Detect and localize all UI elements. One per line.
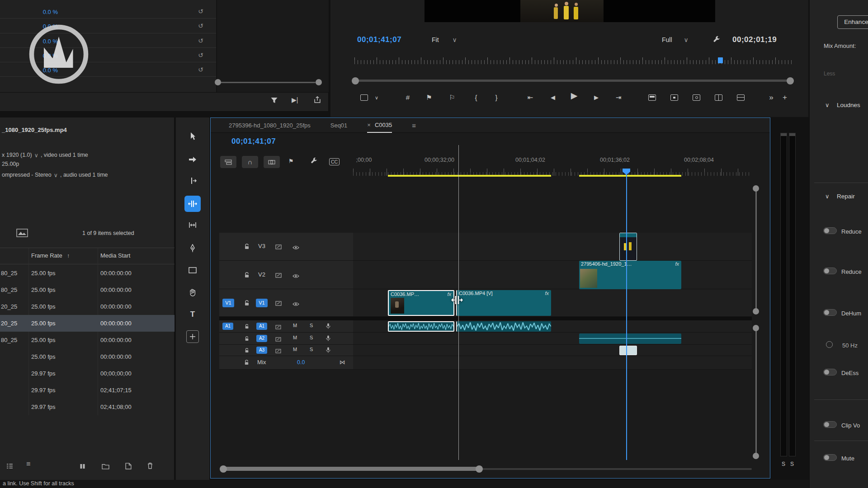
- tab-sequence-1[interactable]: 2795396-hd_1080_1920_25fps: [229, 122, 311, 129]
- comparison-view-button[interactable]: [715, 94, 722, 101]
- voiceover-mic-icon[interactable]: [326, 335, 330, 343]
- snap-magnet-toggle[interactable]: ∩: [242, 156, 258, 168]
- table-row[interactable]: 29.97 fps00;00;00;00: [0, 365, 175, 382]
- tab-sequence-active[interactable]: × C0035: [367, 118, 392, 133]
- monitor-scrollbar-handle[interactable]: [787, 77, 794, 84]
- scrollbar-handle[interactable]: [753, 325, 759, 331]
- zoom-level-select[interactable]: Fit ∨: [432, 36, 457, 43]
- table-row[interactable]: 25.00 fps00:00:00:00: [0, 348, 175, 365]
- table-row[interactable]: 20_2525.00 fps00:00:00:00: [0, 298, 175, 315]
- table-row[interactable]: 80_2525.00 fps00:00:00:00: [0, 332, 175, 348]
- track-visibility-eye-icon[interactable]: [292, 273, 299, 280]
- lock-icon[interactable]: [244, 272, 250, 279]
- linked-selection-toggle[interactable]: [264, 156, 280, 168]
- multi-camera-button[interactable]: [737, 94, 745, 101]
- repair-section-header[interactable]: Repair: [837, 193, 855, 200]
- list-view-icon[interactable]: [6, 463, 13, 470]
- column-header-frame-rate[interactable]: Frame Rate: [31, 252, 62, 259]
- export-icon[interactable]: [314, 96, 321, 104]
- track-target-badge[interactable]: A3: [256, 347, 267, 354]
- step-forward-button[interactable]: ▶: [594, 92, 599, 103]
- reduce-rumble-toggle[interactable]: [823, 267, 837, 274]
- scrollbar-handle[interactable]: [753, 185, 759, 192]
- clip-a2[interactable]: [579, 333, 681, 344]
- clip-a1-right[interactable]: [456, 321, 551, 332]
- nest-sequences-toggle[interactable]: [220, 156, 236, 168]
- chevron-down-icon[interactable]: ∨: [34, 152, 38, 159]
- solo-button[interactable]: S: [310, 347, 313, 352]
- effect-param-value[interactable]: 0.0 %: [25, 9, 58, 15]
- track-label[interactable]: V2: [258, 271, 265, 278]
- add-marker-icon[interactable]: ⚑: [288, 158, 294, 164]
- chevron-down-icon[interactable]: ∨: [375, 92, 378, 103]
- mark-out-button[interactable]: }: [495, 92, 497, 103]
- track-lane-v3[interactable]: [353, 233, 752, 261]
- zoom-handle-left[interactable]: [220, 465, 227, 473]
- more-buttons-icon[interactable]: »: [769, 92, 773, 103]
- go-to-out-button[interactable]: ⇥: [616, 92, 622, 103]
- track-target-badge[interactable]: A2: [256, 335, 267, 342]
- monitor-settings-wrench-icon[interactable]: [712, 36, 721, 45]
- rolling-edit-tool-selected[interactable]: [184, 196, 201, 212]
- close-icon[interactable]: ×: [367, 122, 371, 128]
- 50hz-radio[interactable]: [826, 341, 833, 348]
- grid-button[interactable]: #: [406, 92, 410, 103]
- timeline-settings-wrench-icon[interactable]: [310, 157, 318, 166]
- mute-button[interactable]: M: [293, 323, 297, 328]
- sync-lock-icon[interactable]: [275, 244, 282, 251]
- column-header-media-start[interactable]: Media Start: [100, 252, 130, 259]
- delete-trash-icon[interactable]: [147, 462, 153, 470]
- reset-parameter-icon[interactable]: ↺: [198, 37, 203, 44]
- selection-tool[interactable]: [188, 131, 198, 141]
- track-visibility-eye-icon[interactable]: [292, 301, 299, 308]
- captions-cc-badge[interactable]: CC: [329, 158, 340, 165]
- track-label[interactable]: V3: [258, 243, 265, 249]
- play-button[interactable]: ▶: [571, 90, 578, 101]
- mute-toggle[interactable]: [823, 454, 837, 461]
- ripple-edit-tool[interactable]: [188, 176, 198, 186]
- clip-v1-right[interactable]: C0036.MP4 [V] fx: [456, 290, 551, 316]
- export-frame-camera-icon[interactable]: [693, 94, 700, 101]
- mark-in-button[interactable]: {: [475, 92, 477, 103]
- table-row[interactable]: 80_2525.00 fps00:00:00:00: [0, 265, 175, 282]
- playback-resolution-select[interactable]: Full ∨: [662, 36, 689, 43]
- tab-sequence-2[interactable]: Seq01: [330, 122, 348, 129]
- scrollbar-handle[interactable]: [753, 308, 759, 314]
- timeline-position-timecode[interactable]: 00;01;41;07: [231, 137, 276, 146]
- sync-lock-icon[interactable]: [275, 300, 282, 307]
- add-button-icon[interactable]: +: [783, 92, 787, 103]
- rectangle-tool[interactable]: [188, 265, 198, 275]
- chevron-down-icon[interactable]: ∨: [825, 193, 830, 200]
- clip-volume-toggle[interactable]: [823, 421, 837, 428]
- track-lane-a3[interactable]: [353, 345, 752, 356]
- horizontal-zoom-scrollbar-thumb[interactable]: [223, 467, 479, 471]
- go-to-in-button[interactable]: ⇤: [528, 92, 533, 103]
- table-row[interactable]: 80_2525.00 fps00:00:00:00: [0, 282, 175, 298]
- clip-a1-left-selected[interactable]: [388, 321, 454, 332]
- meter-solo-right[interactable]: S: [790, 461, 794, 467]
- clip-v1-left-selected[interactable]: C0036.MP… fx: [388, 290, 454, 316]
- deess-toggle[interactable]: [823, 369, 837, 375]
- sync-lock-icon[interactable]: [275, 324, 281, 331]
- preview-thumbnail-icon[interactable]: [16, 229, 28, 239]
- table-row[interactable]: 29.97 fps02;41;07;15: [0, 382, 175, 399]
- extract-button[interactable]: [670, 94, 678, 101]
- clip-a3[interactable]: [619, 346, 637, 355]
- scrollbar-handle[interactable]: [215, 79, 221, 85]
- monitor-scrollbar-handle[interactable]: [352, 77, 359, 84]
- reset-parameter-icon[interactable]: ↺: [198, 8, 203, 15]
- track-lane-a2[interactable]: [353, 333, 752, 345]
- track-visibility-eye-icon[interactable]: [292, 244, 299, 251]
- play-audio-icon[interactable]: ▶|: [292, 96, 298, 103]
- chevron-down-icon[interactable]: ∨: [54, 172, 58, 178]
- icon-view-icon[interactable]: [80, 464, 85, 470]
- sort-ascending-icon[interactable]: ↑: [67, 252, 70, 259]
- sync-lock-icon[interactable]: [275, 272, 282, 279]
- track-target-badge[interactable]: A1: [256, 323, 267, 330]
- new-bin-folder-icon[interactable]: [102, 463, 109, 471]
- pen-tool[interactable]: [188, 243, 198, 253]
- scrollbar-track[interactable]: [221, 82, 316, 83]
- lock-icon[interactable]: [244, 360, 249, 366]
- reset-parameter-icon[interactable]: ↺: [198, 52, 203, 59]
- clip-v2[interactable]: 2795406-hd_1920_1… fx: [579, 261, 681, 289]
